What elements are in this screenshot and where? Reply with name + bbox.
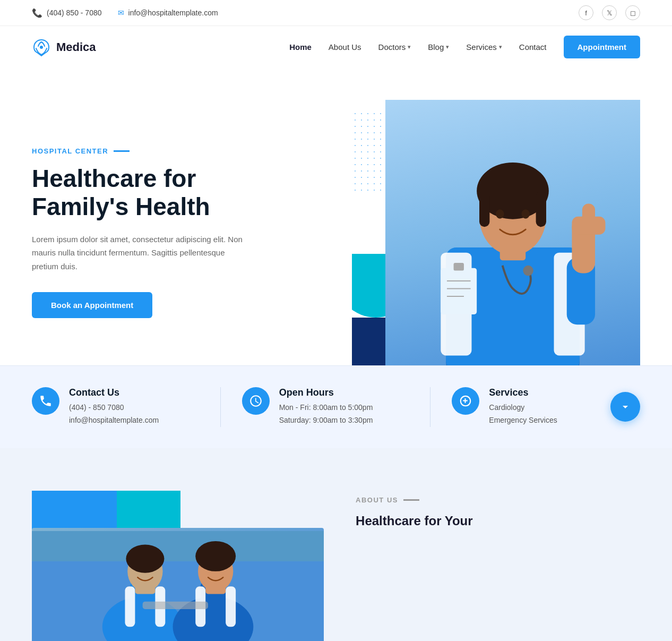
svg-rect-17	[572, 216, 605, 234]
svg-rect-19	[454, 263, 464, 271]
svg-rect-18	[441, 268, 477, 314]
nav-about[interactable]: About Us	[329, 42, 361, 52]
facebook-icon[interactable]: f	[579, 5, 593, 20]
hero-image-area	[336, 100, 640, 365]
top-bar: 📞 (404) 850 - 7080 ✉ info@hospitaltempla…	[0, 0, 672, 26]
svg-rect-10	[536, 191, 546, 227]
services-title: Services	[489, 387, 557, 398]
service-cardiology: Cardiology	[489, 401, 557, 414]
hero-photo-inner	[385, 100, 640, 365]
scroll-down-button[interactable]	[610, 392, 640, 422]
nav-home[interactable]: Home	[289, 42, 312, 52]
email-address: info@hospitaltemplate.com	[128, 8, 218, 17]
svg-rect-39	[143, 601, 208, 609]
medical-icon	[459, 394, 472, 408]
contact-info: Contact Us (404) - 850 7080 info@hospita…	[69, 387, 159, 427]
hero-tag: HOSPITAL CENTER	[32, 147, 315, 155]
svg-point-38	[195, 541, 236, 571]
doctor-illustration	[385, 114, 640, 366]
svg-point-31	[126, 544, 164, 572]
svg-point-12	[521, 209, 530, 218]
hours-saturday: Saturday: 9:00am to 3:30pm	[279, 414, 373, 427]
brand-logo[interactable]: Medica	[32, 38, 96, 57]
hero-tag-line	[114, 150, 130, 152]
contact-phone: (404) - 850 7080	[69, 401, 159, 414]
email-contact: ✉ info@hospitaltemplate.com	[118, 8, 218, 17]
navbar: Medica Home About Us Doctors ▾ Blog ▾ Se…	[0, 26, 672, 68]
svg-point-13	[523, 265, 533, 275]
about-tag: ABOUT US	[356, 496, 640, 504]
svg-point-11	[496, 209, 504, 218]
logo-icon	[32, 38, 51, 57]
chevron-down-icon: ▾	[446, 44, 449, 50]
nav-doctors[interactable]: Doctors ▾	[378, 42, 411, 52]
contact-title: Contact Us	[69, 387, 159, 398]
contact-card: Contact Us (404) - 850 7080 info@hospita…	[32, 387, 221, 427]
phone-circle-icon	[39, 394, 53, 408]
phone-contact: 📞 (404) 850 - 7080	[32, 8, 102, 18]
about-headline: Healthcare for Your	[356, 514, 640, 528]
nav-blog[interactable]: Blog ▾	[428, 42, 449, 52]
contact-icon	[32, 387, 59, 415]
hero-section: HOSPITAL CENTER Healthcare for Family's …	[0, 68, 672, 365]
svg-rect-35	[226, 586, 236, 627]
brand-name: Medica	[56, 40, 96, 54]
svg-rect-9	[479, 191, 489, 227]
doctor-team-illustration	[32, 528, 324, 641]
social-links: f 𝕏 ◻	[579, 5, 640, 20]
nav-links: Home About Us Doctors ▾ Blog ▾ Services …	[289, 36, 640, 58]
appointment-button[interactable]: Appointment	[564, 36, 640, 58]
instagram-icon[interactable]: ◻	[625, 5, 640, 20]
about-tag-line	[403, 499, 419, 501]
nav-contact[interactable]: Contact	[519, 42, 547, 52]
services-icon	[452, 387, 479, 415]
clock-icon	[249, 394, 263, 408]
twitter-icon[interactable]: 𝕏	[602, 5, 617, 20]
about-photo	[32, 528, 324, 641]
hero-headline: Healthcare for Family's Health	[32, 165, 315, 221]
chevron-down-icon: ▾	[408, 44, 411, 50]
info-bar: Contact Us (404) - 850 7080 info@hospita…	[0, 365, 672, 448]
service-emergency: Emergency Services	[489, 414, 557, 427]
about-section: ABOUT US Healthcare for Your	[0, 448, 672, 641]
hours-info: Open Hours Mon - Fri: 8:00am to 5:00pm S…	[279, 387, 373, 427]
contact-email: info@hospitaltemplate.com	[69, 414, 159, 427]
hero-doctor-photo	[385, 100, 640, 365]
svg-point-0	[40, 46, 43, 49]
services-info: Services Cardiology Emergency Services	[489, 387, 557, 427]
hero-description: Lorem ipsum dolor sit amet, consectetur …	[32, 233, 244, 274]
hours-card: Open Hours Mon - Fri: 8:00am to 5:00pm S…	[221, 387, 431, 427]
hours-title: Open Hours	[279, 387, 373, 398]
chevron-down-icon: ▾	[499, 44, 502, 50]
chevron-down-icon	[619, 400, 632, 413]
hero-content: HOSPITAL CENTER Healthcare for Family's …	[32, 147, 336, 318]
hours-weekday: Mon - Fri: 8:00am to 5:00pm	[279, 401, 373, 414]
phone-icon: 📞	[32, 8, 42, 18]
book-appointment-button[interactable]: Book an Appointment	[32, 292, 152, 318]
hours-icon	[242, 387, 270, 415]
nav-services[interactable]: Services ▾	[466, 42, 502, 52]
about-image-area	[32, 491, 324, 641]
about-content: ABOUT US Healthcare for Your	[356, 491, 640, 528]
svg-rect-27	[125, 586, 135, 627]
top-bar-contacts: 📞 (404) 850 - 7080 ✉ info@hospitaltempla…	[32, 8, 218, 18]
phone-number: (404) 850 - 7080	[47, 8, 102, 17]
services-card: Services Cardiology Emergency Services	[430, 387, 640, 427]
mail-icon: ✉	[118, 8, 124, 17]
